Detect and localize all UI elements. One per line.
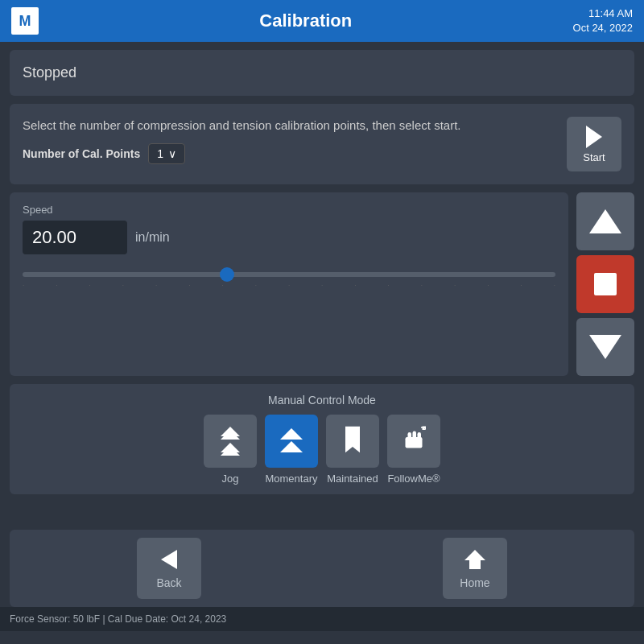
header: M Calibration 11:44 AMOct 24, 2022 [0,0,644,42]
momentary-icon-btn[interactable] [265,415,318,468]
mode-maintained[interactable]: Maintained [326,415,379,485]
momentary-label: Momentary [265,473,317,485]
svg-marker-5 [280,441,303,452]
speed-slider-container: ················· [23,266,555,289]
maintained-icon-btn[interactable] [326,415,379,468]
cal-points-select[interactable]: 1 ∨ [148,143,185,164]
speed-label: Speed [23,204,555,216]
instruction-content: Select the number of compression and ten… [23,117,557,164]
logo: M [11,7,39,35]
jog-icon-btn[interactable] [204,415,257,468]
triangle-up-icon [589,209,621,233]
svg-marker-4 [280,428,303,440]
back-icon [157,547,181,572]
page-title: Calibration [39,10,573,31]
speed-slider[interactable] [23,272,555,277]
svg-rect-9 [418,432,422,440]
home-button[interactable]: Home [443,538,507,599]
slider-ticks: ················· [23,282,555,289]
instruction-box: Select the number of compression and ten… [10,104,634,184]
jog-icon [217,425,243,457]
bottom-nav: Back Home [10,530,634,607]
svg-marker-14 [464,550,485,569]
mode-followme[interactable]: FollowMe® [387,415,440,485]
start-button[interactable]: Start [567,117,621,171]
stop-square-icon [594,273,617,295]
back-label: Back [156,576,181,589]
main-content: Stopped Select the number of compression… [0,42,644,530]
triangle-down-icon [589,335,621,359]
speed-unit: in/min [135,230,170,245]
mode-momentary[interactable]: Momentary [265,415,318,485]
momentary-icon [279,427,304,456]
cal-points-label: Number of Cal. Points [23,147,140,160]
move-down-button[interactable] [576,318,634,376]
arrow-right-icon [586,126,602,148]
maintained-icon [340,425,365,457]
speed-panel: Speed 20.00 in/min ················· [10,192,568,376]
svg-marker-13 [161,550,177,569]
status-box: Stopped [10,50,634,96]
jog-label: Jog [222,473,239,485]
status-text: Stopped [23,64,76,80]
followme-icon [399,425,428,457]
mode-buttons: Jog Momentary [23,415,621,485]
chevron-down-icon: ∨ [168,147,176,160]
mode-jog[interactable]: Jog [204,415,257,485]
header-time: 11:44 AMOct 24, 2022 [573,6,633,35]
status-bar: Force Sensor: 50 lbF | Cal Due Date: Oct… [0,607,644,631]
followme-label: FollowMe® [387,473,440,485]
movement-buttons [576,192,634,376]
move-up-button[interactable] [576,192,634,250]
speed-input[interactable]: 20.00 [23,221,127,254]
cal-points-row: Number of Cal. Points 1 ∨ [23,143,557,164]
stop-button[interactable] [576,255,634,313]
speed-value-row: 20.00 in/min [23,221,555,254]
start-label: Start [583,151,605,163]
manual-control-title: Manual Control Mode [23,394,621,407]
svg-rect-7 [408,432,412,440]
home-label: Home [460,576,489,589]
followme-icon-btn[interactable] [387,415,440,468]
instruction-text: Select the number of compression and ten… [23,117,557,135]
status-bar-text: Force Sensor: 50 lbF | Cal Due Date: Oct… [10,613,226,625]
back-button[interactable]: Back [137,538,201,599]
svg-rect-8 [413,431,417,440]
home-icon [463,547,487,572]
manual-control-box: Manual Control Mode Jog [10,384,634,494]
speed-controls-row: Speed 20.00 in/min ················· [10,192,634,376]
maintained-label: Maintained [327,473,378,485]
